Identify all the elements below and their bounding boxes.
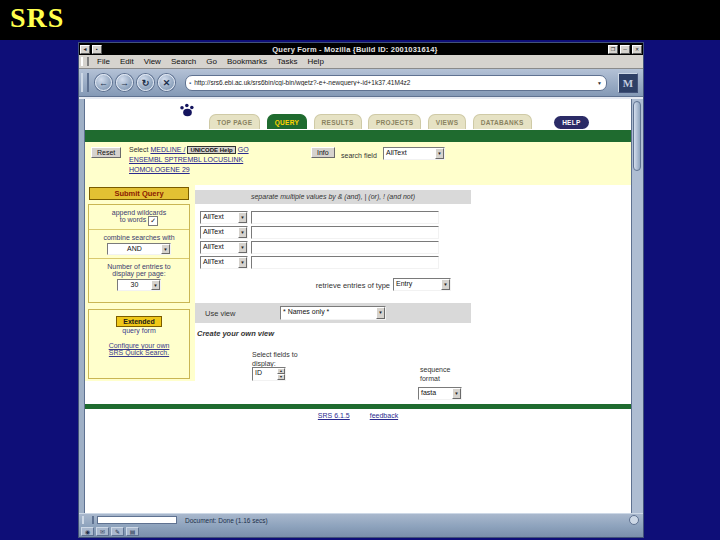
retrieve-type-label: retrieve entries of type: [235, 281, 390, 290]
slide-title: SRS: [10, 2, 64, 34]
databank-links-line2[interactable]: ENSEMBL SPTREMBL LOCUSLINK: [129, 156, 243, 163]
menu-go[interactable]: Go: [201, 57, 222, 66]
extended-suffix-label: query form: [122, 327, 155, 334]
query-term-input-3[interactable]: [251, 241, 439, 254]
spin-down-icon[interactable]: ▼: [277, 374, 285, 380]
sequence-format-select[interactable]: fasta ▼: [418, 387, 462, 400]
stop-icon[interactable]: ✕: [158, 74, 175, 91]
query-options-sidebar: Submit Query append wildcards to words ✓…: [85, 185, 195, 381]
menu-tasks[interactable]: Tasks: [272, 57, 302, 66]
chevron-down-icon[interactable]: ▼: [238, 212, 247, 223]
tab-top-page[interactable]: TOP PAGE: [209, 114, 260, 129]
scrollbar-thumb[interactable]: [633, 101, 641, 171]
query-term-input-2[interactable]: [251, 226, 439, 239]
retrieve-type-select[interactable]: Entry ▼: [393, 278, 451, 291]
restore-icon[interactable]: ❐: [608, 45, 618, 54]
page-footer: SRS 6.1.5 feedback: [85, 412, 631, 419]
status-text: Document: Done (1.16 secs): [185, 517, 629, 524]
chevron-down-icon[interactable]: ▼: [238, 227, 247, 238]
chevron-down-icon[interactable]: ▼: [376, 307, 385, 319]
online-status-icon[interactable]: [629, 515, 639, 525]
go-link[interactable]: GO: [238, 146, 249, 153]
srs-query-page: TOP PAGE QUERY RESULTS PROJECTS VIEWS DA…: [85, 99, 631, 513]
composer-icon[interactable]: ✎: [111, 527, 124, 536]
progress-bar: [97, 516, 177, 524]
reset-button[interactable]: Reset: [91, 147, 121, 158]
select-fields-label: Select fields todisplay:: [252, 350, 298, 368]
create-view-link[interactable]: Create your own view: [197, 329, 274, 338]
tab-help[interactable]: HELP: [554, 116, 589, 129]
vertical-scrollbar[interactable]: [631, 99, 643, 513]
back-icon[interactable]: ←: [95, 74, 112, 91]
forward-icon[interactable]: →: [116, 74, 133, 91]
query-field-select-2[interactable]: AllText ▼: [200, 226, 248, 239]
fields-listbox[interactable]: ID ▲ ▼: [252, 367, 286, 381]
per-page-select[interactable]: 30 ▼: [117, 279, 161, 291]
menubar-grip[interactable]: [81, 57, 89, 66]
tab-results[interactable]: RESULTS: [314, 114, 362, 129]
query-field-select-3[interactable]: AllText ▼: [200, 241, 248, 254]
srs-version-link[interactable]: SRS 6.1.5: [318, 412, 350, 419]
tab-projects[interactable]: PROJECTS: [368, 114, 421, 129]
url-text[interactable]: http://srs6.ebi.ac.uk/srs6bin/cgi-bin/wg…: [194, 79, 593, 86]
chevron-down-icon[interactable]: ▼: [238, 257, 247, 268]
tab-query[interactable]: QUERY: [267, 114, 307, 129]
window-menu-icon[interactable]: ◄: [80, 45, 90, 54]
menu-bar: File Edit View Search Go Bookmarks Tasks…: [79, 55, 643, 69]
chevron-down-icon[interactable]: ▼: [161, 244, 170, 254]
statusbar-grip[interactable]: [82, 516, 94, 524]
navigator-icon[interactable]: ◉: [81, 527, 94, 536]
chevron-down-icon[interactable]: ▼: [441, 279, 450, 290]
menu-bookmarks[interactable]: Bookmarks: [222, 57, 272, 66]
query-field-select-4[interactable]: AllText ▼: [200, 256, 248, 269]
search-field-select[interactable]: AllText ▼: [383, 147, 445, 160]
mail-icon[interactable]: ✉: [96, 527, 109, 536]
chevron-down-icon[interactable]: ▼: [435, 148, 444, 159]
menu-search[interactable]: Search: [166, 57, 201, 66]
menu-edit[interactable]: Edit: [115, 57, 139, 66]
quick-search-link[interactable]: Configure your ownSRS Quick Search.: [109, 342, 170, 356]
menu-help[interactable]: Help: [302, 57, 328, 66]
unicode-help-button[interactable]: UNICODE Help: [187, 146, 235, 154]
addressbook-icon[interactable]: ▤: [126, 527, 139, 536]
query-term-input-4[interactable]: [251, 256, 439, 269]
wildcards-checkbox[interactable]: ✓: [148, 216, 158, 226]
srs-paw-logo-icon: [179, 102, 196, 121]
close-icon[interactable]: ✕: [632, 45, 642, 54]
url-dropdown-icon[interactable]: ▼: [593, 80, 606, 86]
wildcards-option: append wildcards to words ✓: [89, 205, 189, 230]
query-term-input-1[interactable]: [251, 211, 439, 224]
tab-databanks[interactable]: DATABANKS: [473, 114, 532, 129]
operators-note: separate multiple values by & (and), | (…: [195, 190, 471, 204]
menu-file[interactable]: File: [92, 57, 115, 66]
slide-header-band: [0, 0, 720, 40]
chevron-down-icon[interactable]: ▼: [151, 280, 160, 290]
query-field-select-1[interactable]: AllText ▼: [200, 211, 248, 224]
info-button[interactable]: Info: [311, 147, 335, 158]
reload-icon[interactable]: ↻: [137, 74, 154, 91]
fields-spinner[interactable]: ▲ ▼: [277, 368, 285, 380]
select-prefix-label: Select: [129, 146, 148, 153]
use-view-label: Use view: [205, 309, 235, 318]
tab-views[interactable]: VIEWS: [428, 114, 466, 129]
extended-query-button[interactable]: Extended: [116, 316, 162, 327]
selected-databanks: Select MEDLINE / UNICODE Help GO ENSEMBL…: [129, 145, 309, 175]
use-view-select[interactable]: * Names only * ▼: [280, 306, 386, 320]
feedback-link[interactable]: feedback: [370, 412, 398, 419]
entries-per-page-option: Number of entries to display per page: 3…: [89, 259, 189, 294]
submit-query-button[interactable]: Submit Query: [89, 187, 189, 200]
combine-select[interactable]: AND ▼: [107, 243, 171, 255]
databank-links-line3[interactable]: HOMOLOGENE 29: [129, 166, 190, 173]
status-bar: Document: Done (1.16 secs): [79, 513, 643, 526]
menu-view[interactable]: View: [139, 57, 166, 66]
url-bar[interactable]: ▪ http://srs6.ebi.ac.uk/srs6bin/cgi-bin/…: [185, 75, 607, 91]
window-shade-icon[interactable]: ▪: [92, 45, 102, 54]
extended-form-box: Extended query form Configure your ownSR…: [88, 309, 190, 379]
medline-link[interactable]: MEDLINE /: [150, 146, 185, 153]
chevron-down-icon[interactable]: ▼: [452, 388, 461, 399]
navbar-grip[interactable]: [81, 73, 89, 92]
window-titlebar: ◄ ▪ Query Form - Mozilla {Build ID: 2001…: [79, 43, 643, 55]
throbber-icon[interactable]: M: [618, 73, 638, 93]
chevron-down-icon[interactable]: ▼: [238, 242, 247, 253]
minimize-icon[interactable]: ─: [620, 45, 630, 54]
